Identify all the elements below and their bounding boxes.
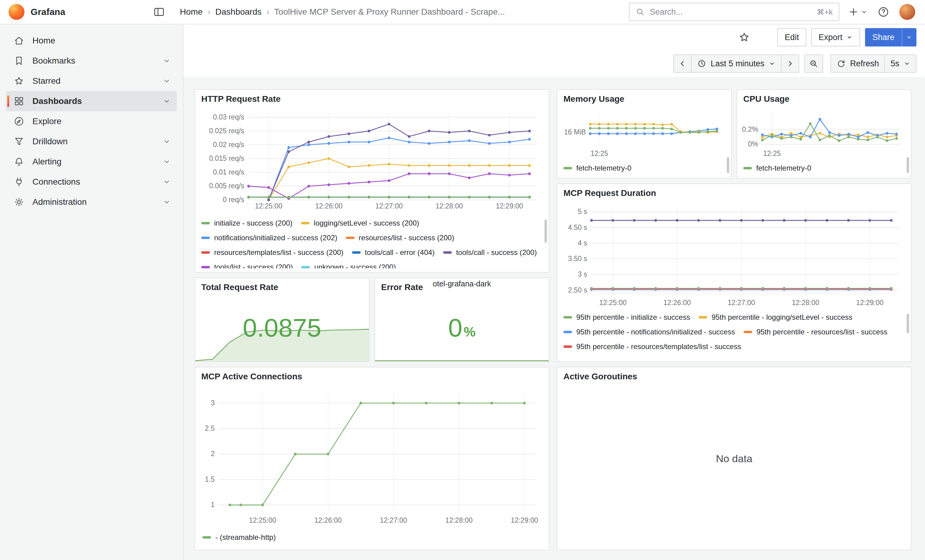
favorite-button[interactable] <box>738 31 750 44</box>
svg-text:12:25:00: 12:25:00 <box>599 299 627 306</box>
memory-usage-chart[interactable]: 16 MiB12:25 <box>560 107 725 158</box>
legend-item[interactable]: 95th percentile - resources/templates/li… <box>563 339 741 354</box>
panel-title[interactable]: Active Goroutines <box>557 368 911 383</box>
legend-label: 95th percentile - logging/setLevel - suc… <box>711 313 852 321</box>
share-split-button: Share <box>865 28 916 47</box>
legend-item[interactable]: tools/call - success (200) <box>443 245 537 260</box>
legend-item[interactable]: tools/list - success (200) <box>201 260 293 269</box>
legend-item[interactable]: - (streamable-http) <box>202 530 276 545</box>
question-icon <box>877 6 889 18</box>
help-button[interactable] <box>877 6 889 18</box>
search-icon <box>636 8 645 17</box>
legend-item[interactable]: fetch-telemetry-0 <box>743 161 811 176</box>
time-range-button[interactable]: Last 5 minutes <box>691 54 782 73</box>
legend-item[interactable]: initialize - success (200) <box>201 216 292 230</box>
share-menu-button[interactable] <box>902 28 916 47</box>
sidebar-item-administration[interactable]: Administration <box>6 192 177 212</box>
create-new-button[interactable] <box>848 6 868 17</box>
legend-item[interactable]: resources/list - success (200) <box>346 230 454 245</box>
chevron-down-icon <box>904 60 910 67</box>
legend-item[interactable]: tools/call - error (404) <box>352 245 435 260</box>
svg-text:2: 2 <box>211 450 215 458</box>
dock-menu-button[interactable] <box>153 6 165 18</box>
legend-item[interactable]: 95th percentile - resources/list - succe… <box>744 324 887 339</box>
sidebar-item-dashboards[interactable]: Dashboards <box>6 91 177 111</box>
legend-scrollbar[interactable] <box>907 157 909 173</box>
panel-http-request-rate: HTTP Request Rate 0 req/s0.005 req/s0.01… <box>194 89 549 273</box>
error-rate-stat[interactable]: 0% <box>375 291 549 361</box>
chevron-down-icon[interactable] <box>163 138 171 146</box>
legend-item[interactable]: resources/templates/list - success (200) <box>201 245 343 260</box>
panel-active-goroutines: Active Goroutines No data <box>557 367 911 550</box>
user-avatar[interactable] <box>899 4 915 20</box>
sidebar-item-drilldown[interactable]: Drilldown <box>6 131 177 152</box>
sidebar-item-explore[interactable]: Explore <box>6 111 177 131</box>
legend-scrollbar[interactable] <box>727 157 729 173</box>
sidebar-item-alerting[interactable]: Alerting <box>6 152 177 172</box>
zoom-out-button[interactable] <box>804 54 823 73</box>
legend-swatch <box>743 167 752 169</box>
panel-title[interactable]: MCP Active Connections <box>195 368 549 383</box>
export-button[interactable]: Export <box>811 28 860 47</box>
legend-label: tools/call - error (404) <box>365 248 435 257</box>
chevron-down-icon[interactable] <box>163 178 171 186</box>
legend-item[interactable]: notifications/initialized - success (202… <box>201 230 337 245</box>
svg-text:4 s: 4 s <box>578 239 587 247</box>
chevron-down-icon[interactable] <box>163 198 171 206</box>
legend-item[interactable]: 95th percentile - logging/setLevel - suc… <box>699 310 852 324</box>
refresh-interval-button[interactable]: 5s <box>884 54 916 73</box>
legend-item[interactable]: 95th percentile - notifications/initiali… <box>563 324 735 339</box>
cpu-usage-chart[interactable]: 0%0.2%12:25 <box>740 107 905 158</box>
time-shift-forward-button[interactable] <box>781 54 799 73</box>
chevron-down-icon[interactable] <box>163 97 171 105</box>
panel-title[interactable]: CPU Usage <box>737 90 911 106</box>
chevron-down-icon[interactable] <box>163 77 171 85</box>
time-shift-back-button[interactable] <box>673 54 691 73</box>
svg-text:12:29:00: 12:29:00 <box>496 202 523 210</box>
legend-scrollbar[interactable] <box>907 314 909 333</box>
legend-item[interactable]: fetch-telemetry-0 <box>563 161 631 176</box>
legend-scrollbar[interactable] <box>544 219 547 243</box>
chevron-down-icon[interactable] <box>163 57 171 65</box>
panel-title[interactable]: HTTP Request Rate <box>195 90 549 106</box>
edit-button[interactable]: Edit <box>777 28 806 47</box>
sidebar-item-home[interactable]: Home <box>6 30 177 51</box>
legend-swatch <box>563 316 572 318</box>
share-button[interactable]: Share <box>865 28 902 47</box>
svg-text:12:25:00: 12:25:00 <box>255 202 282 210</box>
brand: Grafana <box>0 4 153 20</box>
sidebar-item-bookmarks[interactable]: Bookmarks <box>6 51 177 71</box>
total-request-rate-stat[interactable]: 0.0875 <box>195 291 369 361</box>
grafana-app: Grafana Home › Dashboards › ToolHive MCP… <box>0 0 925 560</box>
grafana-logo-icon[interactable] <box>9 4 24 20</box>
panel-title[interactable]: Memory Usage <box>557 90 731 106</box>
svg-text:12:28:00: 12:28:00 <box>792 299 820 306</box>
legend-item[interactable]: logging/setLevel - success (200) <box>301 216 419 230</box>
clock-icon <box>697 59 706 68</box>
sidebar-item-connections[interactable]: Connections <box>6 172 177 192</box>
mcp-request-duration-chart[interactable]: 2.50 s3 s3.50 s4 s4.50 s5 s12:25:0012:26… <box>561 203 904 308</box>
bell-icon <box>14 156 24 167</box>
chart-canvas: 0%0.2%12:25 <box>740 107 905 158</box>
svg-text:0.01 req/s: 0.01 req/s <box>213 168 244 176</box>
legend-item[interactable]: unknown - success (200) <box>301 260 396 269</box>
chevron-down-icon[interactable] <box>163 158 171 166</box>
legend-label: unknown - success (200) <box>314 263 396 269</box>
breadcrumb-separator: › <box>208 7 211 17</box>
panel-title[interactable]: MCP Request Duration <box>557 184 911 200</box>
chevron-down-icon <box>861 9 868 15</box>
sidebar-item-starred[interactable]: Starred <box>6 71 177 91</box>
http-request-rate-chart[interactable]: 0 req/s0.005 req/s0.01 req/s0.015 req/s0… <box>199 108 541 211</box>
svg-text:0%: 0% <box>748 140 758 148</box>
breadcrumb-current: ToolHive MCP Server & Proxy Runner Dashb… <box>274 7 505 17</box>
legend-item[interactable]: 95th percentile - initialize - success <box>563 310 690 324</box>
breadcrumb-dashboards[interactable]: Dashboards <box>215 7 262 17</box>
sidebar-item-label: Drilldown <box>32 137 68 146</box>
svg-text:5 s: 5 s <box>578 207 587 216</box>
search-input[interactable]: Search... ⌘+k <box>629 3 839 21</box>
legend-label: notifications/initialized - success (202… <box>214 234 337 242</box>
refresh-button[interactable]: Refresh <box>830 54 885 73</box>
mcp-active-connections-chart[interactable]: 11.522.5312:25:0012:26:0012:27:0012:28:0… <box>200 387 540 525</box>
breadcrumb-home[interactable]: Home <box>180 7 203 17</box>
svg-text:12:27:00: 12:27:00 <box>380 516 407 524</box>
